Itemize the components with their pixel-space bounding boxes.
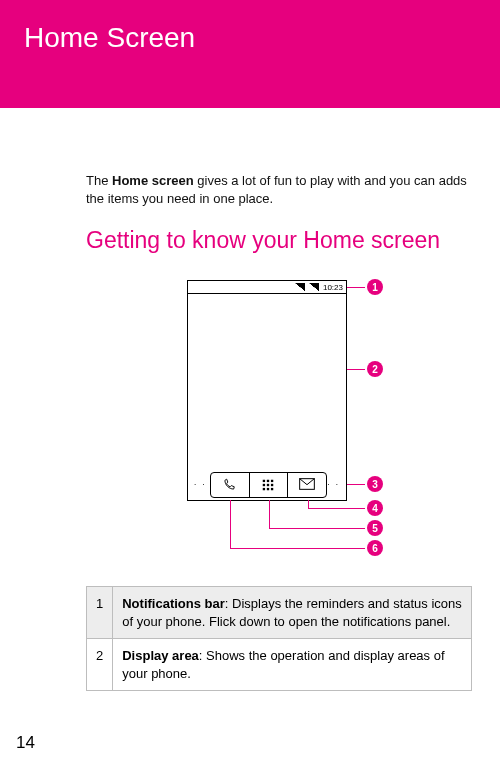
callout-6: 6 xyxy=(367,540,383,556)
svg-rect-2 xyxy=(270,480,272,482)
mail-icon xyxy=(298,478,316,492)
callout-4: 4 xyxy=(367,500,383,516)
legend-desc: Display area: Shows the operation and di… xyxy=(113,639,472,691)
legend-table: 1 Notifications bar: Displays the remind… xyxy=(86,586,472,691)
status-bar: 10:23 xyxy=(188,281,346,294)
svg-rect-8 xyxy=(270,488,272,490)
callout-5: 5 xyxy=(367,520,383,536)
table-row: 1 Notifications bar: Displays the remind… xyxy=(87,587,472,639)
callout-line-1 xyxy=(347,287,365,288)
callout-line-4h xyxy=(308,508,365,509)
callout-2: 2 xyxy=(367,361,383,377)
phone-icon xyxy=(221,478,239,492)
svg-rect-4 xyxy=(266,484,268,486)
svg-rect-5 xyxy=(270,484,272,486)
phone-frame: 10:23 · · · · xyxy=(187,280,347,501)
table-row: 2 Display area: Shows the operation and … xyxy=(87,639,472,691)
display-area xyxy=(188,294,346,470)
svg-rect-6 xyxy=(262,488,264,490)
callout-1: 1 xyxy=(367,279,383,295)
intro-prefix: The xyxy=(86,173,112,188)
callout-3: 3 xyxy=(367,476,383,492)
page-number: 14 xyxy=(16,733,35,753)
intro-paragraph: The Home screen gives a lot of fun to pl… xyxy=(86,172,472,207)
page-content: The Home screen gives a lot of fun to pl… xyxy=(0,108,500,691)
page-header: Home Screen xyxy=(0,0,500,108)
callout-line-2 xyxy=(347,369,365,370)
callout-line-3 xyxy=(347,484,365,485)
svg-rect-1 xyxy=(266,480,268,482)
dock-phone-button xyxy=(211,473,249,497)
home-screen-diagram: 10:23 · · · · xyxy=(86,276,472,566)
signal-icon xyxy=(309,283,319,291)
callout-line-6h xyxy=(230,548,365,549)
legend-num: 1 xyxy=(87,587,113,639)
svg-rect-0 xyxy=(262,480,264,482)
signal-icon xyxy=(295,283,305,291)
section-title: Getting to know your Home screen xyxy=(86,227,472,254)
svg-rect-3 xyxy=(262,484,264,486)
callout-line-4v xyxy=(308,500,309,508)
grid-icon xyxy=(260,478,278,492)
clock-label: 10:23 xyxy=(323,283,343,292)
dock xyxy=(210,472,327,498)
callout-line-5v xyxy=(269,500,270,528)
callout-line-5h xyxy=(269,528,365,529)
page-title: Home Screen xyxy=(24,22,195,53)
legend-num: 2 xyxy=(87,639,113,691)
dock-mail-button xyxy=(287,473,326,497)
page-indicator-right: · · xyxy=(327,480,340,489)
intro-bold: Home screen xyxy=(112,173,194,188)
dock-apps-button xyxy=(249,473,288,497)
callout-line-6v xyxy=(230,500,231,548)
legend-desc: Notifications bar: Displays the reminder… xyxy=(113,587,472,639)
dock-row: · · · · xyxy=(188,470,346,501)
page-indicator-left: · · xyxy=(194,480,207,489)
svg-rect-7 xyxy=(266,488,268,490)
